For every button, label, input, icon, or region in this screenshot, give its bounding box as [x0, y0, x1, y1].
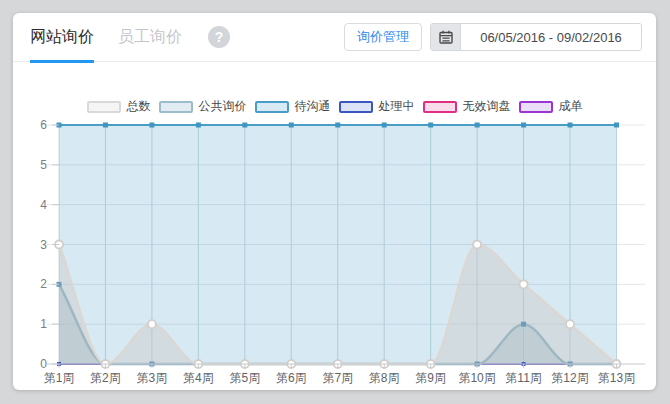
data-point — [475, 123, 480, 128]
y-axis-label: 4 — [40, 198, 47, 212]
inquiry-area-chart: 0123456第1周第2周第3周第4周第5周第6周第7周第8周第9周第10周第1… — [13, 13, 656, 390]
y-axis-label: 5 — [40, 158, 47, 172]
series-layer — [59, 125, 617, 364]
x-axis-label: 第9周 — [415, 371, 446, 385]
y-axis-label: 2 — [40, 277, 47, 291]
data-point — [566, 320, 574, 328]
data-point — [521, 123, 526, 128]
y-axis-label: 3 — [40, 238, 47, 252]
data-point — [335, 123, 340, 128]
x-axis-label: 第1周 — [44, 371, 75, 385]
data-point — [148, 320, 156, 328]
data-point — [614, 123, 619, 128]
x-axis-label: 第7周 — [322, 371, 353, 385]
x-axis-label: 第10周 — [458, 371, 495, 385]
inquiry-panel: 网站询价 员工询价 ? 询价管理 06/05/2016 - 09/02/2016… — [13, 13, 656, 390]
data-point — [521, 322, 526, 327]
x-axis-label: 第2周 — [90, 371, 121, 385]
x-axis-label: 第3周 — [137, 371, 168, 385]
data-point — [242, 123, 247, 128]
data-point — [196, 123, 201, 128]
page-background: { "header": { "tabs": [ { "label": "网站询价… — [0, 0, 670, 404]
x-axis-label: 第8周 — [369, 371, 400, 385]
y-axis-label: 0 — [40, 357, 47, 371]
data-point — [149, 123, 154, 128]
data-point — [289, 123, 294, 128]
data-point — [103, 123, 108, 128]
x-axis-label: 第11周 — [505, 371, 541, 385]
y-axis-label: 1 — [40, 317, 47, 331]
y-axis-label: 6 — [40, 118, 47, 132]
x-axis-label: 第6周 — [276, 371, 307, 385]
data-point — [382, 123, 387, 128]
data-point — [428, 123, 433, 128]
x-axis-label: 第13周 — [598, 371, 635, 385]
data-point — [568, 123, 573, 128]
x-axis-label: 第4周 — [183, 371, 214, 385]
data-point — [473, 241, 481, 249]
data-point — [520, 280, 528, 288]
x-axis-label: 第5周 — [229, 371, 260, 385]
x-axis-label: 第12周 — [551, 371, 588, 385]
